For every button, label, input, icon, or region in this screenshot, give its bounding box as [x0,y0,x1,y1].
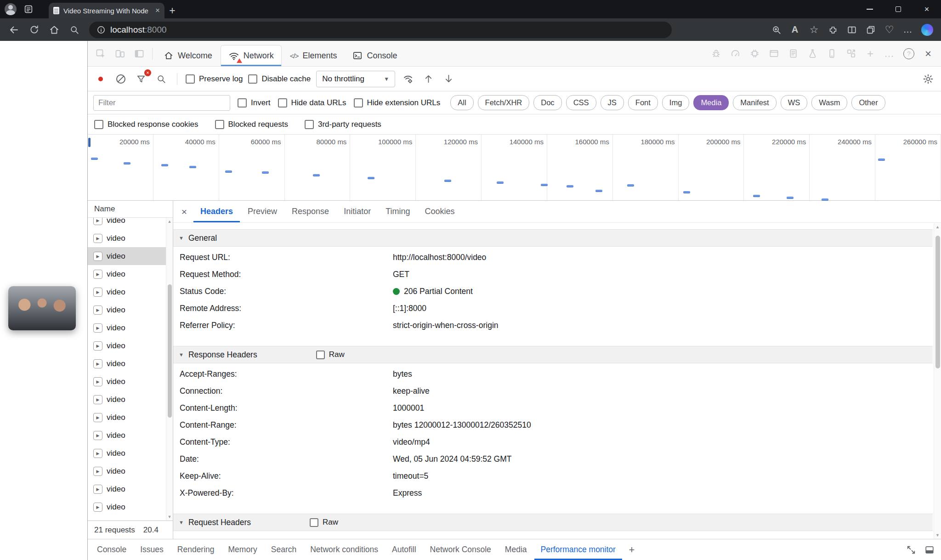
drawer-tab[interactable]: Media [499,539,533,560]
drawer-tab[interactable]: Network conditions [304,539,385,560]
drawer-tab[interactable]: Autofill [385,539,423,560]
request-row[interactable]: ▶ video [88,462,173,480]
request-row[interactable]: ▶ video [88,229,173,247]
nav-refresh-button[interactable] [25,21,43,39]
request-row[interactable]: ▶ video [88,390,173,408]
checkbox[interactable] [186,74,195,84]
detail-tab[interactable]: Timing [379,201,417,222]
network-conditions-icon[interactable] [401,72,415,86]
application-icon[interactable] [765,44,783,63]
address-bar[interactable]: localhost:8000 [89,22,672,38]
devtools-more-options-icon[interactable]: … [880,44,899,63]
maximize-button[interactable] [884,0,913,18]
request-row[interactable]: ▶ video [88,516,173,520]
blocks-icon[interactable] [842,44,860,63]
request-headers-section-header[interactable]: ▼ Request Headers Raw [173,514,933,531]
request-row[interactable]: ▶ video [88,355,173,373]
detail-tab[interactable]: Preview [241,201,284,222]
import-har-icon[interactable] [421,72,436,86]
scroll-down-icon[interactable]: ▼ [934,533,941,537]
pip-video[interactable] [8,286,76,330]
scrollbar-thumb[interactable] [935,236,940,368]
cpu-icon[interactable] [745,44,764,63]
browser-essentials-icon[interactable]: ♡ [880,21,899,39]
blocked-filter-checkbox[interactable]: Blocked response cookies [94,120,198,129]
filter-type-button[interactable]: All [450,95,473,110]
zoom-icon[interactable] [767,21,786,39]
collapse-icon[interactable]: ▼ [179,352,184,357]
scroll-up-icon[interactable]: ▲ [934,225,941,229]
copilot-icon[interactable] [918,21,936,39]
scroll-up-icon[interactable]: ▲ [166,219,173,224]
filter-type-button[interactable]: Fetch/XHR [478,95,530,110]
detail-scrollbar[interactable]: ▲ ▼ [934,223,941,539]
network-overview-timeline[interactable]: 20000 ms 40000 ms 60000 ms 80000 ms 1000… [88,135,941,201]
detail-tab[interactable]: Initiator [337,201,378,222]
checkbox[interactable] [248,74,257,84]
collapse-icon[interactable]: ▼ [179,520,184,525]
scroll-down-icon[interactable]: ▼ [166,515,173,519]
drawer-tab[interactable]: Performance monitor [534,539,622,560]
network-search-button[interactable] [154,72,169,86]
checkbox[interactable] [310,518,318,527]
drawer-tab[interactable]: Memory [222,539,264,560]
filter-type-button[interactable]: Doc [533,95,561,110]
filter-type-button[interactable]: Manifest [733,95,776,110]
extensions-icon[interactable] [823,21,842,39]
response-headers-section-header[interactable]: ▼ Response Headers Raw [173,346,933,363]
drawer-tab[interactable]: Search [265,539,303,560]
filter-button[interactable]: × [134,72,148,86]
browser-tab[interactable]: Video Streaming With Node × [49,3,164,18]
invert-checkbox[interactable]: Invert [238,98,271,107]
site-info-icon[interactable] [96,25,106,34]
drawer-more-tools-button[interactable]: + [623,541,641,559]
request-row[interactable]: ▶ video [88,283,173,301]
request-row[interactable]: ▶ video [88,373,173,390]
drawer-dock-icon[interactable] [921,541,938,559]
timeline-selection-handle[interactable] [88,138,91,147]
new-tab-button[interactable]: + [164,3,180,18]
close-window-button[interactable]: × [913,0,941,18]
filter-type-button[interactable]: Font [628,95,658,110]
bug-icon[interactable] [707,44,725,63]
collections-icon[interactable] [861,21,880,39]
hide-data-urls-checkbox[interactable]: Hide data URLs [278,98,346,107]
request-row[interactable]: ▶ video [88,247,173,265]
filter-type-button[interactable]: WS [781,95,808,110]
filter-type-button[interactable]: Media [693,95,729,110]
nav-search-button[interactable] [65,21,84,39]
request-row[interactable]: ▶ video [88,480,173,498]
flask-icon[interactable] [803,44,822,63]
detail-tab[interactable]: Cookies [418,201,462,222]
tab-network[interactable]: Network [221,45,282,66]
blocked-filter-checkbox[interactable]: Blocked requests [215,120,288,129]
inspect-icon[interactable] [91,44,110,63]
requests-name-header[interactable]: Name [88,201,173,218]
blocked-filter-checkbox[interactable]: 3rd-party requests [305,120,381,129]
general-section-header[interactable]: ▼ General [173,229,933,247]
raw-response-checkbox[interactable]: Raw [316,350,345,359]
device-emulation-icon[interactable] [111,44,129,63]
request-row[interactable]: ▶ video [88,498,173,516]
clear-button[interactable] [113,72,128,86]
checkbox[interactable] [305,120,314,129]
tab-close-icon[interactable]: × [155,6,160,15]
detail-tab[interactable]: Response [285,201,336,222]
throttling-select[interactable]: No throttling ▼ [316,71,395,87]
drawer-tab[interactable]: Rendering [171,539,221,560]
filter-type-button[interactable]: CSS [566,95,596,110]
request-row[interactable]: ▶ video [88,265,173,283]
nav-back-button[interactable] [5,21,23,39]
dock-side-icon[interactable] [130,44,148,63]
browser-settings-icon[interactable]: … [899,21,918,39]
record-button[interactable] [93,72,108,86]
filter-type-button[interactable]: Wasm [811,95,847,110]
performance-icon[interactable] [726,44,744,63]
close-detail-icon[interactable]: × [176,204,193,220]
request-row[interactable]: ▶ video [88,218,173,229]
detail-tab[interactable]: Headers [193,201,240,222]
hide-extension-urls-checkbox[interactable]: Hide extension URLs [354,98,441,107]
drawer-expand-icon[interactable] [902,541,920,559]
checkbox[interactable] [316,351,325,359]
drawer-tab[interactable]: Issues [134,539,170,560]
